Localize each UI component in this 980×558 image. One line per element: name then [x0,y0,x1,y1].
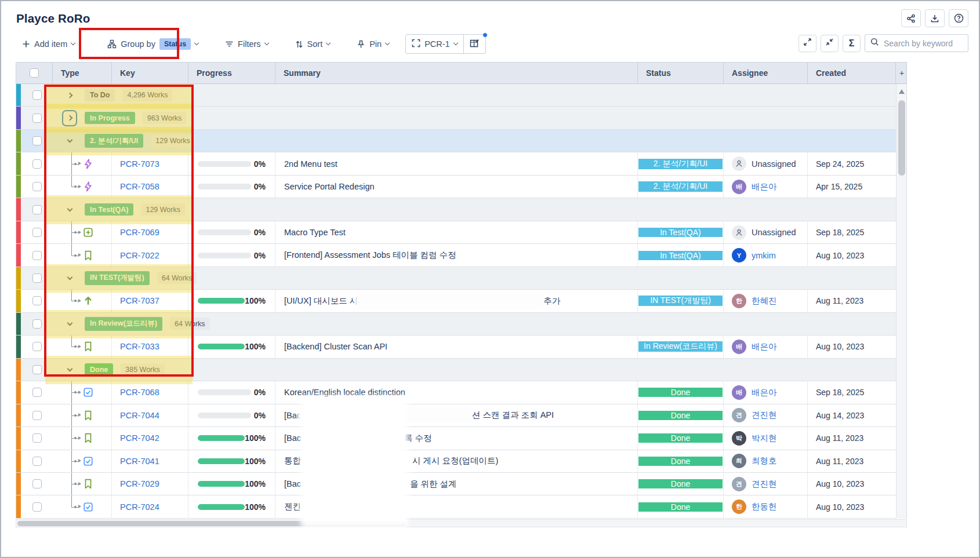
issue-key-link[interactable]: PCR-7022 [120,251,159,260]
assignee-name[interactable]: 배은아 [752,341,777,352]
issue-key-link[interactable]: PCR-7029 [120,479,159,488]
column-header-assignee[interactable]: Assignee [724,63,808,83]
status-badge[interactable]: Done [638,433,723,443]
row-checkbox[interactable] [32,251,42,260]
select-all-checkbox[interactable] [30,68,39,78]
column-header-progress[interactable]: Progress [188,63,275,83]
issue-key-link[interactable]: PCR-7041 [120,457,159,466]
scroll-up-arrow-icon[interactable] [899,89,905,94]
status-badge[interactable]: 2. 분석/기획/UI [638,181,723,192]
issue-key-link[interactable]: PCR-7044 [120,411,159,420]
row-checkbox[interactable] [32,433,42,443]
download-button[interactable] [925,9,945,27]
table-row[interactable]: PCR-7033100%[Backend] Cluster Scan APIIn… [16,335,906,358]
help-button[interactable] [949,9,968,27]
status-badge[interactable]: Done [638,457,723,466]
table-row[interactable]: PCR-70730%2nd Menu test2. 분석/기획/UIUnassi… [16,152,906,175]
row-checkbox[interactable] [32,228,42,237]
assignee-name[interactable]: 한혜진 [752,296,777,307]
row-checkbox[interactable] [32,388,42,397]
assignee-name[interactable]: 최형호 [752,455,777,466]
assignee-name[interactable]: 배은아 [752,387,777,398]
column-header-key[interactable]: Key [112,63,188,83]
collapse-group-button[interactable] [62,362,77,378]
board-view-button[interactable] [463,35,485,53]
status-badge[interactable]: IN TEST(개발팀) [638,296,723,306]
issue-key-link[interactable]: PCR-7033 [120,342,159,351]
table-row[interactable]: PCR-70580%Service Portal Redesign2. 분석/기… [16,176,906,198]
collapse-group-button[interactable] [62,316,77,332]
group-row[interactable]: IN TEST(개발팀)64 Works [16,267,906,290]
row-checkbox[interactable] [32,296,42,305]
column-header-summary[interactable]: Summary [275,63,638,83]
group-row[interactable]: 2. 분석/기획/UI129 Works [16,130,906,152]
status-badge[interactable]: Done [638,502,723,512]
issue-key-link[interactable]: PCR-7042 [120,433,159,443]
status-badge[interactable]: 2. 분석/기획/UI [638,159,723,169]
issue-key-link[interactable]: PCR-7073 [120,159,159,169]
table-row[interactable]: PCR-7037100%[UI/UX] 대시보드 시추가IN TEST(개발팀)… [16,290,906,312]
row-checkbox[interactable] [32,319,42,329]
collapse-group-button[interactable] [62,270,77,286]
table-row[interactable]: PCR-7024100%젠킨Done한한동헌Aug 10, 2023 [16,495,906,518]
row-checkbox[interactable] [32,502,42,512]
status-badge[interactable]: In Test(QA) [638,251,723,260]
table-row[interactable]: PCR-70680%Korean/English locale distinct… [16,381,906,404]
group-row[interactable]: In Progress963 Works [16,107,906,129]
status-badge[interactable]: Done [638,479,723,488]
issue-key-link[interactable]: PCR-7058 [120,182,159,191]
table-row[interactable]: PCR-70440%[Bac션 스캔 결과 조회 APIDone견견진현Aug … [16,404,906,427]
filters-button[interactable]: Filters [219,34,274,54]
group-by-button[interactable]: Group by Status [101,34,204,54]
issue-key-link[interactable]: PCR-7069 [120,228,159,237]
row-checkbox[interactable] [32,342,42,351]
group-row[interactable]: In Test(QA)129 Works [16,198,906,221]
group-row[interactable]: To Do4,296 Works [16,84,906,107]
collapse-group-button[interactable] [62,133,77,149]
row-checkbox[interactable] [32,182,42,191]
column-header-status[interactable]: Status [638,63,724,83]
view-selector[interactable]: PCR-1 [406,35,463,53]
table-row[interactable]: PCR-70220%[Frontend] Assessment Jobs 테이블… [16,244,906,267]
vertical-scroll-thumb[interactable] [898,100,905,176]
add-column-button[interactable]: + [896,63,908,83]
row-checkbox[interactable] [32,411,42,420]
assignee-name[interactable]: 한동헌 [752,501,777,512]
row-checkbox[interactable] [32,159,42,169]
horizontal-scrollbar[interactable] [16,519,907,527]
status-badge[interactable]: Done [638,411,723,420]
sort-button[interactable]: Sort [289,34,336,54]
status-badge[interactable]: In Test(QA) [638,228,723,237]
row-checkbox[interactable] [32,90,42,100]
row-checkbox[interactable] [32,479,42,488]
sum-button[interactable]: Σ [843,35,861,52]
assignee-name[interactable]: 박지현 [752,433,777,444]
collapse-group-button[interactable] [62,202,77,218]
table-row[interactable]: PCR-7041100%통합시 게시 요청(업데이트)Done최최형호Aug 1… [16,450,906,473]
pin-button[interactable]: Pin [351,34,395,54]
group-row[interactable]: Done385 Works [16,359,906,381]
table-row[interactable]: PCR-7029100%[Bac을 위한 설계Done견견진현Aug 10, 2… [16,473,906,495]
issue-key-link[interactable]: PCR-7037 [120,296,159,305]
share-button[interactable] [901,9,921,27]
search-input[interactable] [884,39,963,48]
assignee-name[interactable]: 견진현 [752,479,777,490]
row-checkbox[interactable] [32,273,42,283]
issue-key-link[interactable]: PCR-7068 [120,388,159,397]
expand-all-button[interactable] [798,35,816,52]
group-row[interactable]: In Review(코드리뷰)64 Works [16,313,906,335]
expand-group-button[interactable] [62,87,77,103]
row-checkbox[interactable] [32,136,42,145]
table-row[interactable]: PCR-7042100%[Bac록 수정Done박박지현Aug 11, 2023 [16,427,906,450]
expand-group-button[interactable] [62,110,77,126]
row-checkbox[interactable] [32,365,42,374]
assignee-name[interactable]: ymkim [752,251,776,260]
row-checkbox[interactable] [32,457,42,466]
vertical-scrollbar[interactable] [896,84,907,519]
add-item-button[interactable]: Add item [16,34,81,54]
row-checkbox[interactable] [32,205,42,214]
status-badge[interactable]: Done [638,388,723,397]
row-checkbox[interactable] [32,114,42,123]
table-row[interactable]: PCR-70690%Macro Type TestIn Test(QA)Unas… [16,221,906,244]
status-badge[interactable]: In Review(코드리뷰) [638,341,723,352]
